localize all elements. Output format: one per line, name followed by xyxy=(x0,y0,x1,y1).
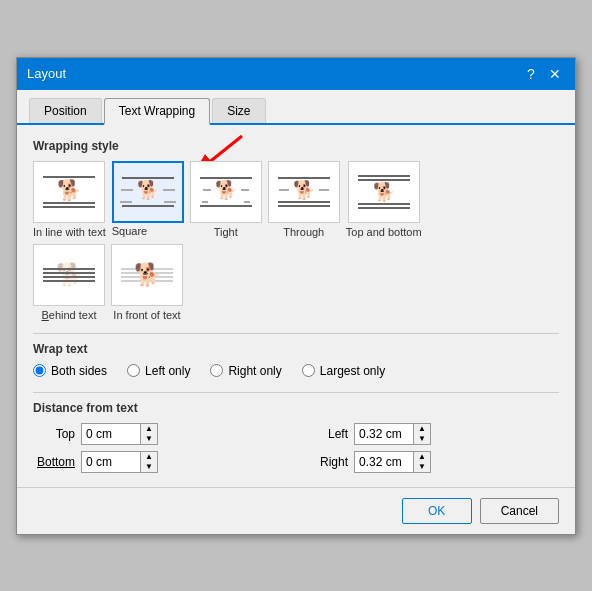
wrap-label-infront: In front of text xyxy=(113,309,180,321)
tab-bar: Position Text Wrapping Size xyxy=(17,90,575,125)
tab-size[interactable]: Size xyxy=(212,98,265,123)
wrap-label-through: Through xyxy=(283,226,324,238)
wrap-icon-infront[interactable]: 🐕 xyxy=(111,244,183,306)
distance-label: Distance from text xyxy=(33,401,559,415)
dist-top-spinner[interactable]: ▲ ▼ xyxy=(81,423,158,445)
wrap-icon-inline[interactable]: 🐕 xyxy=(33,161,105,223)
wrap-label-tight: Tight xyxy=(214,226,238,238)
close-button[interactable]: ✕ xyxy=(545,64,565,84)
dist-top-input[interactable] xyxy=(81,423,141,445)
dist-right-up[interactable]: ▲ xyxy=(414,452,430,462)
dist-right-label: Right xyxy=(306,455,348,469)
dist-bottom-row: Bottom ▲ ▼ xyxy=(33,451,286,473)
cancel-button[interactable]: Cancel xyxy=(480,498,559,524)
wrap-option-tight[interactable]: 🐕 Tight xyxy=(190,161,262,238)
distance-grid: Top ▲ ▼ Left ▲ xyxy=(33,423,559,473)
dialog-title: Layout xyxy=(27,66,66,81)
radio-right-only[interactable]: Right only xyxy=(210,364,281,378)
wrap-text-label: Wrap text xyxy=(33,342,559,356)
dist-bottom-spinner[interactable]: ▲ ▼ xyxy=(81,451,158,473)
dialog-footer: OK Cancel xyxy=(17,487,575,534)
dist-top-down[interactable]: ▼ xyxy=(141,434,157,444)
dist-left-down[interactable]: ▼ xyxy=(414,434,430,444)
dist-bottom-down[interactable]: ▼ xyxy=(141,462,157,472)
radio-largest-only-input[interactable] xyxy=(302,364,315,377)
wrap-label-top-bottom: Top and bottom xyxy=(346,226,422,238)
wrap-option-through[interactable]: 🐕 Through xyxy=(268,161,340,238)
wrap-text-options: Both sides Left only Right only Largest … xyxy=(33,364,559,378)
wrap-icon-square[interactable]: 🐕 xyxy=(112,161,184,223)
wrap-icon-top-bottom[interactable]: 🐕 xyxy=(348,161,420,223)
dist-bottom-label: Bottom xyxy=(33,455,75,469)
tab-position[interactable]: Position xyxy=(29,98,102,123)
dist-right-spinner[interactable]: ▲ ▼ xyxy=(354,451,431,473)
radio-left-only[interactable]: Left only xyxy=(127,364,190,378)
title-bar: Layout ? ✕ xyxy=(17,58,575,90)
wrap-option-square[interactable]: 🐕 Square xyxy=(112,161,184,238)
help-button[interactable]: ? xyxy=(521,64,541,84)
radio-right-only-label: Right only xyxy=(228,364,281,378)
dist-top-up[interactable]: ▲ xyxy=(141,424,157,434)
wrap-option-top-bottom[interactable]: 🐕 Top and bottom xyxy=(346,161,422,238)
dist-top-row: Top ▲ ▼ xyxy=(33,423,286,445)
wrap-icon-tight[interactable]: 🐕 xyxy=(190,161,262,223)
dist-right-spinner-btns: ▲ ▼ xyxy=(414,451,431,473)
dist-bottom-input[interactable] xyxy=(81,451,141,473)
tab-text-wrapping[interactable]: Text Wrapping xyxy=(104,98,210,125)
layout-dialog: Layout ? ✕ Position Text Wrapping Size W… xyxy=(16,57,576,535)
divider2 xyxy=(33,392,559,393)
wrap-option-infront[interactable]: 🐕 In front of text xyxy=(111,244,183,321)
distance-section: Distance from text Top ▲ ▼ Left xyxy=(33,401,559,473)
ok-button[interactable]: OK xyxy=(402,498,472,524)
wrap-icon-through[interactable]: 🐕 xyxy=(268,161,340,223)
dist-left-spinner-btns: ▲ ▼ xyxy=(414,423,431,445)
wrap-option-inline[interactable]: 🐕 In line with text xyxy=(33,161,106,238)
dist-top-spinner-btns: ▲ ▼ xyxy=(141,423,158,445)
dist-right-down[interactable]: ▼ xyxy=(414,462,430,472)
wrap-option-behind[interactable]: 🐕 Behind text xyxy=(33,244,105,321)
dist-top-label: Top xyxy=(33,427,75,441)
title-bar-controls: ? ✕ xyxy=(521,64,565,84)
dist-left-input[interactable] xyxy=(354,423,414,445)
wrap-label-square: Square xyxy=(112,225,147,237)
wrap-icon-behind[interactable]: 🐕 xyxy=(33,244,105,306)
divider1 xyxy=(33,333,559,334)
radio-both-sides-label: Both sides xyxy=(51,364,107,378)
wrap-text-section: Wrap text Both sides Left only Right onl… xyxy=(33,342,559,378)
wrap-label-behind: Behind text xyxy=(41,309,96,321)
panel-content: Wrapping style 🐕 In line with text xyxy=(17,125,575,487)
radio-right-only-input[interactable] xyxy=(210,364,223,377)
dist-right-row: Right ▲ ▼ xyxy=(306,451,559,473)
dist-left-up[interactable]: ▲ xyxy=(414,424,430,434)
radio-left-only-input[interactable] xyxy=(127,364,140,377)
radio-both-sides[interactable]: Both sides xyxy=(33,364,107,378)
wrapping-style-row2: 🐕 Behind text xyxy=(33,244,559,321)
dist-left-label: Left xyxy=(306,427,348,441)
dist-bottom-up[interactable]: ▲ xyxy=(141,452,157,462)
dist-left-row: Left ▲ ▼ xyxy=(306,423,559,445)
wrapping-style-label: Wrapping style xyxy=(33,139,559,153)
radio-largest-only-label: Largest only xyxy=(320,364,385,378)
dist-left-spinner[interactable]: ▲ ▼ xyxy=(354,423,431,445)
dist-bottom-spinner-btns: ▲ ▼ xyxy=(141,451,158,473)
radio-both-sides-input[interactable] xyxy=(33,364,46,377)
wrap-label-inline: In line with text xyxy=(33,226,106,238)
radio-largest-only[interactable]: Largest only xyxy=(302,364,385,378)
wrapping-style-row1: 🐕 In line with text 🐕 xyxy=(33,161,559,238)
radio-left-only-label: Left only xyxy=(145,364,190,378)
dist-right-input[interactable] xyxy=(354,451,414,473)
